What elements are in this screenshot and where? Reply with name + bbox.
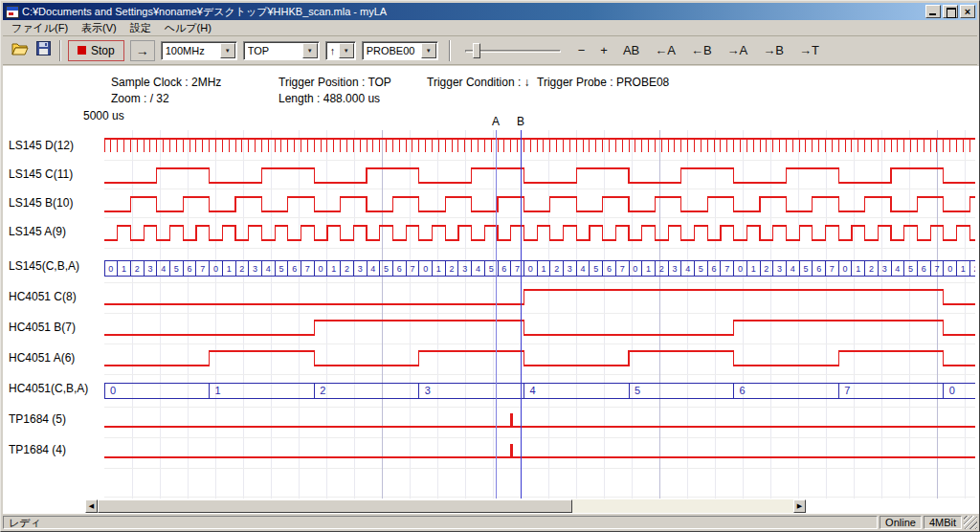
resize-grip[interactable]	[964, 516, 977, 529]
svg-text:1: 1	[436, 264, 441, 274]
scrollbar-thumb[interactable]	[98, 499, 572, 513]
svg-text:7: 7	[724, 264, 729, 274]
save-button[interactable]	[32, 40, 55, 61]
zoom-slider[interactable]	[461, 40, 565, 61]
svg-text:7: 7	[305, 264, 310, 274]
goto-b-left-button[interactable]: ←B	[686, 41, 717, 59]
menu-view[interactable]: 表示(V)	[75, 19, 123, 37]
scroll-right-icon[interactable]: ▶	[793, 499, 806, 513]
svg-text:1: 1	[215, 385, 221, 396]
window-title: C:¥Documents and Settings¥noname¥デスクトップ¥…	[22, 5, 925, 19]
signal-label: HC4051(C,B,A)	[9, 382, 88, 395]
svg-text:7: 7	[410, 264, 414, 274]
zoom-slider-thumb[interactable]	[473, 43, 480, 58]
zoom-in-button[interactable]: +	[595, 41, 612, 59]
sample-clock-select[interactable]: 100MHz ▼	[161, 41, 237, 60]
svg-text:0: 0	[947, 264, 952, 274]
goto-b-right-button[interactable]: →B	[758, 41, 789, 59]
stop-icon	[78, 46, 86, 55]
horizontal-scrollbar[interactable]: ◀ ▶	[85, 499, 806, 513]
svg-text:0: 0	[949, 385, 955, 396]
toolbar-separator	[449, 40, 451, 61]
svg-text:2: 2	[239, 264, 244, 274]
close-button[interactable]: ×	[960, 5, 975, 18]
svg-text:7: 7	[200, 264, 205, 274]
svg-text:1: 1	[961, 264, 966, 274]
waveform-plot[interactable]: 0123456701234567012345670123456701234567…	[104, 130, 975, 499]
svg-text:1: 1	[541, 264, 546, 274]
svg-text:7: 7	[844, 385, 850, 396]
zoom-out-button[interactable]: −	[573, 41, 590, 59]
goto-trigger-button[interactable]: →T	[794, 41, 824, 59]
trigger-probe-select[interactable]: PROBE00 ▼	[362, 41, 438, 60]
svg-text:3: 3	[882, 264, 887, 274]
svg-text:4: 4	[791, 264, 795, 274]
toolbar: Stop → 100MHz ▼ TOP ▼ ↑ ▼ PROBE00 ▼ − + …	[3, 36, 977, 65]
chevron-down-icon[interactable]: ▼	[220, 43, 235, 58]
svg-text:6: 6	[397, 264, 402, 274]
svg-text:1: 1	[856, 264, 860, 274]
trigger-position-select[interactable]: TOP ▼	[243, 41, 320, 60]
signal-label: LS145 B(10)	[9, 196, 73, 210]
svg-text:4: 4	[685, 264, 690, 274]
signal-label: HC4051 B(7)	[9, 321, 76, 334]
menu-help[interactable]: ヘルプ(H)	[158, 19, 218, 37]
svg-text:5: 5	[803, 264, 808, 274]
open-button[interactable]	[9, 40, 32, 61]
svg-text:7: 7	[934, 264, 939, 274]
svg-text:6: 6	[292, 264, 297, 274]
run-arrow-icon: →	[136, 43, 149, 58]
svg-text:0: 0	[213, 264, 218, 274]
run-button[interactable]: →	[130, 40, 155, 61]
app-window: C:¥Documents and Settings¥noname¥デスクトップ¥…	[0, 0, 980, 532]
trigger-edge-value: ↑	[330, 45, 339, 56]
cursor-b-label[interactable]: B	[515, 115, 526, 128]
folder-open-icon	[11, 42, 29, 59]
scroll-left-icon[interactable]: ◀	[85, 499, 98, 513]
signal-label: HC4051 A(6)	[9, 351, 75, 365]
svg-text:5: 5	[278, 264, 283, 274]
chevron-down-icon[interactable]: ▼	[302, 43, 318, 58]
trigger-position-info: Trigger Position : TOP	[278, 76, 391, 89]
svg-text:0: 0	[110, 385, 116, 396]
svg-text:5: 5	[384, 264, 389, 274]
svg-text:5: 5	[699, 264, 703, 274]
svg-text:1: 1	[227, 264, 232, 274]
maximize-button[interactable]	[943, 5, 958, 18]
time-scale-label: 5000 us	[83, 109, 124, 122]
svg-text:3: 3	[568, 264, 572, 274]
svg-text:5: 5	[593, 264, 598, 274]
svg-text:0: 0	[843, 264, 848, 274]
stop-button[interactable]: Stop	[68, 40, 124, 61]
trigger-edge-select[interactable]: ↑ ▼	[325, 41, 356, 60]
svg-text:6: 6	[712, 264, 717, 274]
chevron-down-icon[interactable]: ▼	[339, 43, 354, 58]
status-online-badge: Online	[880, 516, 922, 529]
sample-clock-info: Sample Clock : 2MHz	[111, 76, 221, 89]
cursor-a-label[interactable]: A	[490, 115, 501, 128]
length-info: Length : 488.000 us	[278, 92, 380, 105]
status-memory-badge: 4MBit	[924, 516, 962, 529]
svg-text:2: 2	[320, 385, 325, 396]
svg-text:3: 3	[425, 385, 431, 396]
svg-text:2: 2	[659, 264, 664, 274]
menu-settings[interactable]: 設定	[123, 19, 158, 37]
svg-text:2: 2	[345, 264, 349, 274]
chevron-down-icon[interactable]: ▼	[421, 43, 436, 58]
minimize-button[interactable]	[925, 5, 941, 18]
titlebar[interactable]: C:¥Documents and Settings¥noname¥デスクトップ¥…	[3, 3, 977, 20]
toolbar-separator	[59, 40, 61, 61]
app-icon	[6, 6, 19, 18]
svg-text:5: 5	[908, 264, 913, 274]
svg-text:3: 3	[147, 264, 152, 274]
signal-label: TP1684 (5)	[9, 412, 66, 426]
zoom-info: Zoom : / 32	[111, 92, 169, 105]
menu-file[interactable]: ファイル(F)	[5, 19, 75, 37]
signal-label: LS145 A(9)	[9, 225, 66, 238]
goto-a-left-button[interactable]: ←A	[650, 41, 680, 59]
signal-label: LS145 D(12)	[9, 139, 74, 152]
goto-a-right-button[interactable]: →A	[723, 41, 753, 59]
svg-text:6: 6	[740, 385, 746, 396]
ab-span-button[interactable]: AB	[618, 41, 644, 59]
svg-text:0: 0	[738, 264, 743, 274]
